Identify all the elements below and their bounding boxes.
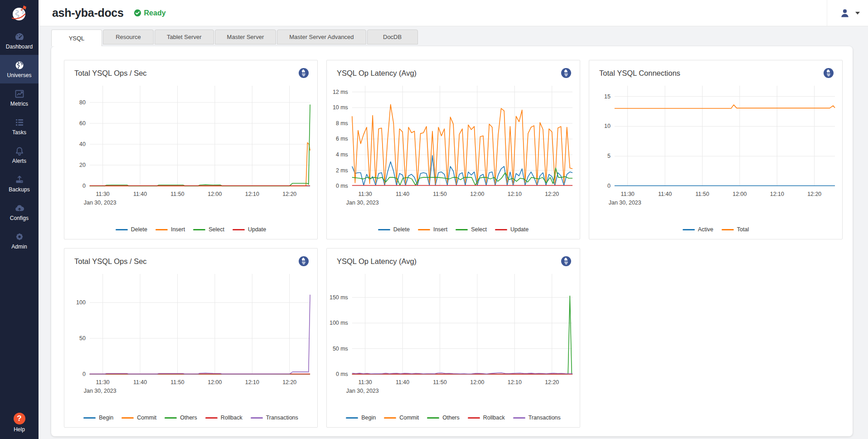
svg-text:10 ms: 10 ms xyxy=(333,104,348,111)
legend-item-others[interactable]: Others xyxy=(165,415,197,421)
svg-text:11:50: 11:50 xyxy=(433,379,446,385)
sidebar: Dashboard Universes Metrics Tasks Alert xyxy=(0,0,39,439)
tab-master-server[interactable]: Master Server xyxy=(215,29,276,44)
person-icon xyxy=(839,7,851,19)
sidebar-item-alerts[interactable]: Alerts xyxy=(0,141,39,169)
svg-text:11:30: 11:30 xyxy=(96,379,110,385)
legend-item-begin[interactable]: Begin xyxy=(83,415,113,421)
svg-text:12:10: 12:10 xyxy=(245,191,259,197)
prometheus-icon[interactable] xyxy=(561,256,572,267)
gauge-icon xyxy=(14,31,25,42)
prometheus-icon[interactable] xyxy=(298,68,309,78)
svg-text:4 ms: 4 ms xyxy=(336,151,348,158)
legend-item-insert[interactable]: Insert xyxy=(418,226,447,233)
sidebar-item-help[interactable]: ? Help xyxy=(0,406,39,439)
legend-label: Begin xyxy=(361,415,376,421)
legend-item-insert[interactable]: Insert xyxy=(155,226,185,233)
upload-box-icon xyxy=(14,174,25,185)
legend-item-total[interactable]: Total xyxy=(722,226,749,233)
legend-item-rollback[interactable]: Rollback xyxy=(205,415,242,421)
svg-text:50 ms: 50 ms xyxy=(333,346,348,352)
legend-label: Transactions xyxy=(529,415,561,421)
svg-text:6 ms: 6 ms xyxy=(336,136,348,142)
tab-tablet-server[interactable]: Tablet Server xyxy=(155,29,214,44)
chart-legend: DeleteInsertSelectUpdate xyxy=(378,226,529,233)
legend-item-transactions[interactable]: Transactions xyxy=(513,415,561,421)
sidebar-item-label: Configs xyxy=(10,215,29,221)
svg-text:12:20: 12:20 xyxy=(282,191,296,197)
prometheus-icon[interactable] xyxy=(298,256,309,267)
svg-text:Jan 30, 2023: Jan 30, 2023 xyxy=(84,200,116,206)
bell-icon xyxy=(14,146,25,156)
yugabyte-rocket-logo xyxy=(10,4,29,23)
sidebar-item-backups[interactable]: Backups xyxy=(0,169,39,198)
prometheus-icon[interactable] xyxy=(823,68,834,78)
legend-label: Select xyxy=(209,226,224,233)
sidebar-item-universes[interactable]: Universes xyxy=(0,55,39,83)
legend-item-update[interactable]: Update xyxy=(233,226,266,233)
legend-label: Transactions xyxy=(266,415,298,421)
sidebar-item-metrics[interactable]: Metrics xyxy=(0,83,39,112)
legend-swatch xyxy=(193,229,205,230)
legend-label: Commit xyxy=(399,415,419,421)
legend-item-active[interactable]: Active xyxy=(683,226,713,233)
status-text: Ready xyxy=(144,9,166,17)
legend-label: Begin xyxy=(99,415,113,421)
legend-item-commit[interactable]: Commit xyxy=(384,415,419,421)
sidebar-item-dashboard[interactable]: Dashboard xyxy=(0,26,39,55)
yugabyte-rocket-logo[interactable] xyxy=(0,0,39,26)
svg-text:50: 50 xyxy=(79,335,86,341)
legend-swatch xyxy=(233,229,245,230)
legend-item-delete[interactable]: Delete xyxy=(378,226,410,233)
svg-text:12:00: 12:00 xyxy=(470,379,484,385)
sidebar-item-label: Metrics xyxy=(10,101,28,107)
svg-text:11:50: 11:50 xyxy=(170,191,184,197)
legend-item-rollback[interactable]: Rollback xyxy=(468,415,505,421)
svg-text:5: 5 xyxy=(607,153,611,159)
sidebar-item-label: Backups xyxy=(9,186,30,193)
sidebar-item-tasks[interactable]: Tasks xyxy=(0,112,39,141)
tab-resource[interactable]: Resource xyxy=(103,29,154,44)
legend-item-begin[interactable]: Begin xyxy=(346,415,376,421)
legend-item-select[interactable]: Select xyxy=(193,226,224,233)
svg-text:11:50: 11:50 xyxy=(695,191,709,197)
legend-item-delete[interactable]: Delete xyxy=(116,226,147,233)
svg-text:Jan 30, 2023: Jan 30, 2023 xyxy=(609,200,641,206)
sidebar-item-label: Dashboard xyxy=(6,44,33,50)
header: ash-yba-docs Ready xyxy=(39,0,868,26)
prometheus-icon[interactable] xyxy=(561,68,572,78)
legend-item-transactions[interactable]: Transactions xyxy=(251,415,298,421)
globe-icon xyxy=(14,60,25,71)
user-menu[interactable] xyxy=(827,0,860,26)
sidebar-item-configs[interactable]: Configs xyxy=(0,198,39,226)
legend-swatch xyxy=(116,229,128,230)
legend-swatch xyxy=(513,417,525,419)
tab-ysql[interactable]: YSQL xyxy=(51,29,102,46)
legend-item-commit[interactable]: Commit xyxy=(121,415,156,421)
svg-text:12:20: 12:20 xyxy=(282,379,296,385)
svg-text:11:30: 11:30 xyxy=(621,191,635,197)
legend-swatch xyxy=(384,417,396,419)
chart-legend: DeleteInsertSelectUpdate xyxy=(116,226,266,233)
chart-legend: BeginCommitOthersRollbackTransactions xyxy=(346,415,561,421)
svg-text:12:00: 12:00 xyxy=(208,379,222,385)
svg-text:0: 0 xyxy=(82,371,86,377)
tab-master-server-advanced[interactable]: Master Server Advanced xyxy=(277,29,366,44)
sidebar-item-label: Admin xyxy=(11,244,27,250)
svg-text:15: 15 xyxy=(604,93,611,100)
svg-text:11:40: 11:40 xyxy=(396,379,409,385)
legend-label: Insert xyxy=(171,226,185,233)
legend-item-update[interactable]: Update xyxy=(495,226,529,233)
legend-item-others[interactable]: Others xyxy=(427,415,460,421)
legend-item-select[interactable]: Select xyxy=(456,226,487,233)
svg-text:12:20: 12:20 xyxy=(807,191,821,197)
sidebar-item-admin[interactable]: Admin xyxy=(0,226,39,255)
svg-text:Jan 30, 2023: Jan 30, 2023 xyxy=(346,200,379,206)
chart-title: Total YSQL Connections xyxy=(599,69,680,78)
sidebar-item-label: Alerts xyxy=(12,158,26,164)
main-content: YSQL Resource Tablet Server Master Serve… xyxy=(39,26,868,439)
tab-docdb[interactable]: DocDB xyxy=(367,29,418,44)
legend-label: Delete xyxy=(131,226,147,233)
chart-legend: ActiveTotal xyxy=(683,226,749,233)
sidebar-item-label: Help xyxy=(14,426,25,433)
